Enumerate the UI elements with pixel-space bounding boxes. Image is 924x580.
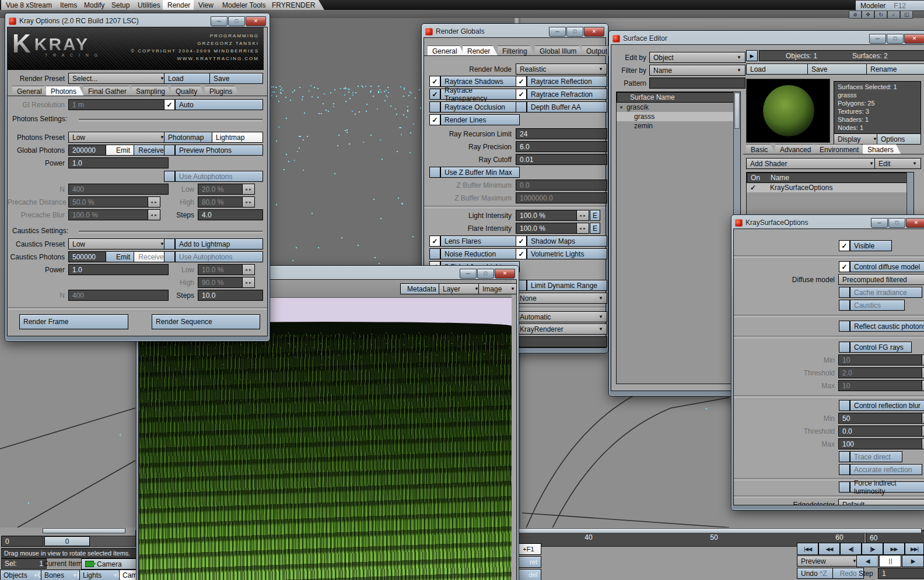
tab-general[interactable]: General bbox=[428, 45, 465, 56]
control-diffuse-checkbox[interactable]: ✓ bbox=[839, 261, 850, 272]
raytrace-transparency-checkbox[interactable]: ✓ bbox=[429, 89, 440, 100]
lens-flares-checkbox[interactable]: ✓ bbox=[429, 235, 440, 247]
mode-objects-button[interactable]: Objects+O bbox=[0, 570, 47, 580]
high-stepper[interactable]: ◄► bbox=[242, 196, 255, 208]
maximize-button[interactable]: □ bbox=[887, 34, 904, 44]
maximize-button[interactable]: □ bbox=[888, 218, 905, 228]
kray-options-titlebar[interactable]: Kray Options (2.0 RC Build 1207 LSC) ─ □… bbox=[7, 15, 268, 27]
raytrace-shadows-button[interactable]: Raytrace Shadows bbox=[440, 76, 520, 87]
raytrace-occlusion-checkbox[interactable] bbox=[429, 101, 440, 113]
ray-cutoff-field[interactable]: 0.01 bbox=[516, 154, 607, 165]
layer-dropdown[interactable]: Layer▼ bbox=[439, 283, 483, 294]
save-button[interactable]: Save bbox=[807, 64, 869, 75]
preview-dropdown[interactable]: Preview▼ bbox=[797, 556, 861, 567]
minimize-button[interactable]: ─ bbox=[549, 27, 566, 37]
play-forward-button[interactable]: ▶ bbox=[902, 555, 924, 567]
preview-photons-checkbox[interactable] bbox=[164, 145, 175, 156]
step-field[interactable]: 1 bbox=[878, 568, 924, 579]
reflect-caustic-checkbox[interactable] bbox=[839, 321, 850, 332]
force-indirect-button[interactable]: Force indirect luminosity bbox=[850, 481, 924, 493]
volumetric-lights-checkbox[interactable]: ✓ bbox=[516, 248, 527, 259]
zoom-view-icon[interactable]: ⌕ bbox=[887, 10, 900, 19]
caustics-autophotons-checkbox[interactable] bbox=[164, 251, 175, 262]
tab-render[interactable]: Render bbox=[463, 45, 498, 56]
shader-row[interactable]: ✓ KraySurfaceOptions bbox=[747, 183, 914, 192]
visible-button[interactable]: Visible bbox=[850, 240, 892, 251]
preview-photons-button[interactable]: Preview Photons bbox=[175, 145, 263, 156]
volumetric-lights-button[interactable]: Volumetric Lights bbox=[527, 248, 607, 259]
low-stepper[interactable]: ◄► bbox=[242, 184, 255, 195]
photonmap-button[interactable]: Photonmap bbox=[164, 132, 218, 143]
tab-advanced[interactable]: Advanced bbox=[775, 144, 818, 154]
visible-checkbox[interactable]: ✓ bbox=[839, 240, 850, 251]
raytrace-reflection-button[interactable]: Raytrace Reflection bbox=[527, 76, 607, 87]
pan-view-icon[interactable]: ✥ bbox=[862, 10, 874, 19]
lens-flares-button[interactable]: Lens Flares bbox=[440, 235, 520, 247]
load-button[interactable]: Load bbox=[746, 64, 810, 75]
expand-triangle-icon[interactable]: ▼ bbox=[619, 105, 624, 110]
caustics-button[interactable]: Caustics bbox=[850, 300, 905, 311]
close-button[interactable]: ✕ bbox=[904, 34, 924, 44]
caustics-checkbox[interactable] bbox=[839, 300, 850, 311]
auto-checkbox[interactable]: ✓ bbox=[164, 99, 175, 110]
tab-environment[interactable]: Environment bbox=[815, 144, 866, 154]
close-button[interactable]: ✕ bbox=[906, 218, 924, 228]
noise-reduction-checkbox[interactable] bbox=[429, 248, 440, 259]
caustics-preset-dropdown[interactable]: Low▼ bbox=[68, 238, 169, 249]
maximize-button[interactable]: □ bbox=[477, 269, 494, 279]
tab-global-illum[interactable]: Global Illum bbox=[535, 45, 584, 56]
precache-blur-stepper[interactable]: ◄► bbox=[148, 209, 160, 220]
limit-dynamic-range-button[interactable]: Limit Dynamic Range bbox=[527, 280, 607, 291]
use-z-buffer-checkbox[interactable] bbox=[429, 167, 440, 178]
receive-button[interactable]: Receive bbox=[134, 145, 169, 156]
edit-by-dropdown[interactable]: Object▼ bbox=[649, 52, 746, 63]
noise-reduction-button[interactable]: Noise Reduction bbox=[440, 248, 520, 259]
minimize-button[interactable]: ─ bbox=[460, 269, 477, 279]
close-button[interactable]: ✕ bbox=[246, 16, 266, 26]
maximize-button[interactable]: □ bbox=[228, 16, 245, 26]
edit-dropdown[interactable]: Edit▼ bbox=[874, 158, 921, 169]
maximize-button[interactable]: □ bbox=[566, 27, 583, 37]
ray-precision-field[interactable]: 6.0 bbox=[516, 141, 607, 152]
raytrace-shadows-checkbox[interactable]: ✓ bbox=[429, 76, 440, 87]
tab-photons[interactable]: Photons bbox=[46, 86, 84, 96]
maximize-view-icon[interactable]: ◱ bbox=[900, 10, 913, 19]
add-to-lightmap-checkbox[interactable] bbox=[164, 238, 175, 249]
control-diffuse-button[interactable]: Control diffuse model bbox=[850, 261, 924, 272]
close-button[interactable]: ✕ bbox=[495, 269, 515, 279]
caustics-photons-field[interactable]: 500000 bbox=[68, 251, 111, 262]
frame-slider-thumb[interactable]: 0 bbox=[44, 536, 90, 546]
render-globals-titlebar[interactable]: Render Globals ─ □ ✕ bbox=[424, 26, 606, 37]
render-mode-dropdown[interactable]: Realistic▼ bbox=[516, 64, 607, 75]
display-dropdown[interactable]: Display▼ bbox=[834, 133, 881, 145]
fg-threshold-stepper[interactable]: ◄► bbox=[922, 367, 924, 378]
minimize-button[interactable]: ─ bbox=[869, 34, 886, 44]
jump-start-button[interactable]: |◀◀ bbox=[797, 543, 818, 555]
trace-direct-button[interactable]: Trace direct bbox=[850, 451, 902, 462]
caustics-steps-field[interactable]: 10.0 bbox=[198, 290, 263, 301]
fkey-button[interactable]: +F1 bbox=[516, 543, 541, 555]
renderer-dropdown[interactable]: KrayRenderer▼ bbox=[516, 324, 607, 335]
depth-buffer-aa-button[interactable]: Depth Buffer AA bbox=[527, 101, 607, 113]
power-field[interactable]: 1.0 bbox=[68, 157, 169, 168]
play-reverse-button[interactable]: ◀ bbox=[856, 555, 878, 567]
raytrace-transparency-button[interactable]: Raytrace Transparency bbox=[440, 89, 520, 100]
rotate-view-icon[interactable]: ↻ bbox=[874, 10, 887, 19]
panel-collapse-button[interactable]: ▶ bbox=[746, 50, 758, 61]
render-lines-checkbox[interactable]: ✓ bbox=[429, 114, 440, 125]
diffuse-model-dropdown[interactable]: Precomputed filtered bbox=[838, 274, 924, 285]
blur-max-field[interactable]: 100 bbox=[838, 438, 924, 449]
move-view-icon[interactable]: ⊕ bbox=[849, 10, 862, 19]
render-lines-button[interactable]: Render Lines bbox=[440, 114, 520, 125]
cache-irradiance-checkbox[interactable] bbox=[839, 287, 850, 298]
control-blur-button[interactable]: Control reflection blur bbox=[850, 400, 924, 411]
render-preset-dropdown[interactable]: Select...▼ bbox=[68, 73, 169, 84]
current-frame-field[interactable]: 0 bbox=[1, 536, 48, 547]
blur-threshold-stepper[interactable]: ◄► bbox=[922, 426, 924, 437]
raytrace-occlusion-button[interactable]: Raytrace Occlusion bbox=[440, 101, 520, 113]
surface-tree-parent[interactable]: ▼ grascik bbox=[617, 103, 740, 112]
minimize-button[interactable]: ─ bbox=[871, 218, 888, 228]
edgedetector-dropdown[interactable]: Default bbox=[838, 499, 924, 505]
blur-threshold-field[interactable]: 0.0 bbox=[838, 426, 924, 437]
caustics-low-stepper[interactable]: ◄► bbox=[242, 264, 255, 275]
